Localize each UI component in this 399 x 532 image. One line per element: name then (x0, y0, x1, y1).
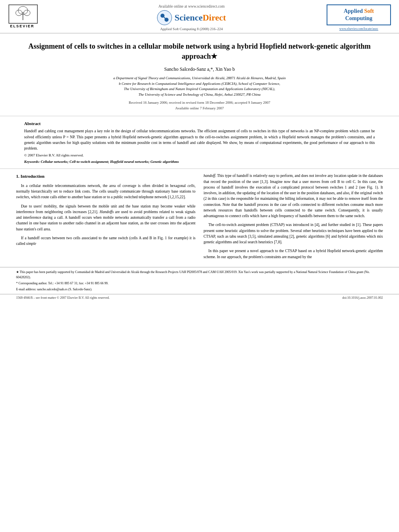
elsevier-logo-area: ELSEVIER (8, 4, 56, 31)
footnote-email: E-mail address: sancho.salcedo@uah.es (S… (16, 287, 383, 292)
journal-logo-right: Applied SoftComputing www.elsevier.com/l… (327, 4, 391, 31)
copyright-notice: © 2007 Elsevier B.V. All rights reserved… (24, 153, 375, 157)
section-title-text: Introduction (21, 174, 45, 179)
article-header: Assignment of cells to switches in a cel… (0, 33, 399, 116)
footnotes-section: ★ This paper has been partially supporte… (0, 267, 399, 294)
journal-header-center: Available online at www.sciencedirect.co… (56, 4, 327, 31)
affiliation-b3: The University of Science and Technology… (24, 92, 375, 98)
intro-para-2: Due to users' mobility, the signals betw… (16, 203, 195, 232)
page-footer: 1568-4946/$ – see front matter © 2007 El… (0, 294, 399, 301)
affiliation-a: a Department of Signal Theory and Commun… (24, 76, 375, 81)
keywords-line: Keywords: Cellular networks; Cell-to-swi… (24, 160, 375, 164)
article-body: 1. Introduction In a cellular mobile tel… (0, 169, 399, 267)
issn-info: 1568-4946/$ – see front matter © 2007 El… (16, 296, 110, 300)
soft-text: Soft (364, 8, 374, 14)
footnote-star: ★ This paper has been partially supporte… (16, 270, 383, 280)
sciencedirect-icon (157, 10, 172, 25)
doi-info: doi:10.1016/j.asoc.2007.01.002 (342, 296, 383, 300)
right-para-1: handoff. This type of handoff is relativ… (204, 173, 383, 219)
sciencedirect-name: ScienceDirect (175, 12, 226, 23)
applied-soft-computing-logo: Applied SoftComputing (327, 4, 391, 25)
sciencedirect-logo: ScienceDirect (56, 10, 327, 25)
available-online-text: Available online at www.sciencedirect.co… (56, 4, 327, 8)
article-authors: Sancho Salcedo-Sanz a,*, Xin Yao b (24, 66, 375, 72)
right-para-2: The cell-to-switch assignment problem (C… (204, 222, 383, 245)
section-number: 1. (16, 174, 19, 179)
abstract-section: Abstract Handoff and cabling cost manage… (0, 116, 399, 169)
article-affiliations: a Department of Signal Theory and Commun… (24, 76, 375, 97)
abstract-text: Handoff and cabling cost management play… (24, 128, 375, 151)
keywords-values: Cellular networks; Cell-to-switch assign… (41, 160, 179, 164)
intro-para-1: In a cellular mobile telecommunications … (16, 183, 195, 200)
footnote-corresponding: * Corresponding author. Tel.: +34 91 885… (16, 281, 383, 286)
right-column: handoff. This type of handoff is relativ… (204, 173, 383, 263)
intro-para-3: If a handoff occurs between two cells as… (16, 235, 195, 247)
svg-text:ELSEVIER: ELSEVIER (10, 24, 35, 28)
keywords-label: Keywords: (24, 160, 40, 164)
abstract-title: Abstract (24, 121, 375, 126)
intro-section-title: 1. Introduction (16, 173, 195, 180)
article-received: Received 16 January 2006; received in re… (24, 101, 375, 105)
affiliation-b: b Centre for Research in Computational I… (24, 81, 375, 87)
left-column: 1. Introduction In a cellular mobile tel… (16, 173, 195, 263)
article-title: Assignment of cells to switches in a cel… (24, 41, 375, 62)
right-para-3: In this paper we present a novel approac… (204, 248, 383, 260)
affiliation-b2: The University of Birmingham and Nature … (24, 86, 375, 92)
page-header: ELSEVIER Available online at www.science… (0, 0, 399, 33)
elsevier-logo-icon: ELSEVIER (8, 4, 38, 30)
article-available-online: Available online 7 February 2007 (24, 106, 375, 110)
journal-citation: Applied Soft Computing 8 (2008) 216–224 (56, 27, 327, 31)
journal-url: www.elsevier.com/locate/asoc (327, 27, 391, 31)
